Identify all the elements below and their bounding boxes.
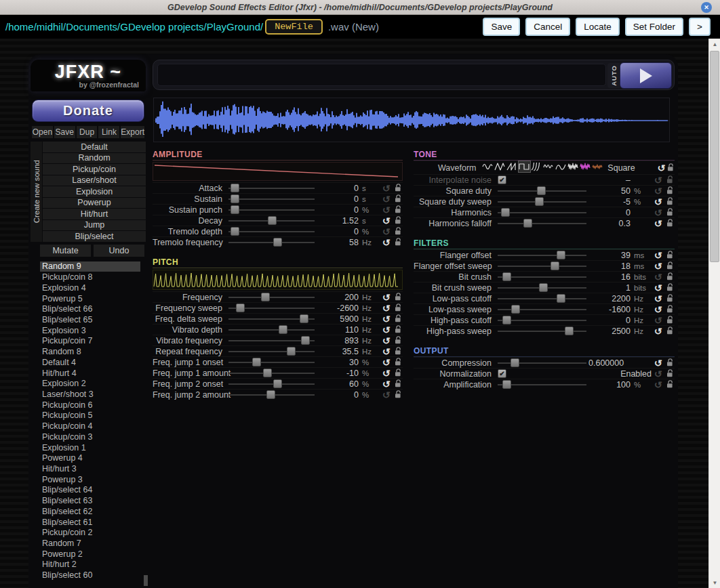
vibrato-depth-slider-handle[interactable] xyxy=(279,325,287,334)
amplification-slider-handle[interactable] xyxy=(502,380,511,389)
freq-jump-1-amount-slider-handle[interactable] xyxy=(263,369,272,377)
preset-explosion[interactable]: Explosion xyxy=(43,186,146,197)
sustain-punch-slider-handle[interactable] xyxy=(231,205,239,214)
vibrato-frequency-reset-button[interactable]: ↺ xyxy=(380,336,393,345)
sound-list-item[interactable]: Pickup/coin 4 xyxy=(40,421,140,432)
low-pass-sweep-slider-handle[interactable] xyxy=(511,305,520,314)
waveform-reset-button[interactable]: ↺ xyxy=(656,163,666,173)
harmonics-falloff-slider-handle[interactable] xyxy=(523,219,532,228)
breaker-wave-icon[interactable] xyxy=(555,161,567,172)
bit-crush-slider-handle[interactable] xyxy=(502,272,511,281)
low-pass-cutoff-slider-handle[interactable] xyxy=(557,294,565,303)
low-pass-sweep-reset-button[interactable]: ↺ xyxy=(652,305,664,314)
high-pass-sweep-lock-button[interactable] xyxy=(664,325,675,337)
file-action-save[interactable]: Save xyxy=(54,126,75,138)
sustain-punch-slider-track[interactable] xyxy=(228,209,315,211)
sound-list-item[interactable]: Pickup/coin 2 xyxy=(40,527,140,538)
amplification-reset-button[interactable]: ↺ xyxy=(652,380,664,390)
sound-list-item[interactable]: Laser/shoot 3 xyxy=(40,389,140,400)
tremolo-frequency-lock-button[interactable] xyxy=(393,236,403,249)
file-action-dup[interactable]: Dup xyxy=(77,126,98,138)
sound-list-item[interactable]: Explosion 4 xyxy=(40,282,140,293)
high-pass-sweep-reset-button[interactable]: ↺ xyxy=(652,327,664,336)
preset-blip-select[interactable]: Blip/select xyxy=(43,231,146,242)
preset-jump[interactable]: Jump xyxy=(43,220,146,231)
sound-list-item[interactable]: Powerup 3 xyxy=(40,474,140,485)
bit-crush-sweep-slider-handle[interactable] xyxy=(539,283,548,292)
sound-list-item[interactable]: Blip/select 61 xyxy=(40,517,140,528)
sound-list-item[interactable]: Pickup/coin 7 xyxy=(40,336,140,347)
harmonics-falloff-reset-button[interactable]: ↺ xyxy=(652,219,664,228)
harmonics-reset-button[interactable]: ↺ xyxy=(652,208,664,217)
sound-list-item[interactable]: Hit/hurt 2 xyxy=(40,560,140,570)
flanger-offset-slider-track[interactable] xyxy=(498,255,586,256)
attack-reset-button[interactable]: ↺ xyxy=(380,184,393,193)
square-duty-sweep-reset-button[interactable]: ↺ xyxy=(652,197,664,207)
attack-slider-handle[interactable] xyxy=(231,184,239,192)
sound-list-item[interactable]: Blip/select 60 xyxy=(40,570,140,581)
vibrato-frequency-slider-handle[interactable] xyxy=(301,336,310,345)
freq-jump-1-onset-slider-handle[interactable] xyxy=(252,358,261,366)
flanger-offset-sweep-reset-button[interactable]: ↺ xyxy=(652,261,664,271)
scroll-down-icon[interactable]: ▼ xyxy=(709,577,720,588)
preset-random[interactable]: Random xyxy=(43,153,146,164)
square-duty-slider-handle[interactable] xyxy=(537,186,546,195)
preset-default[interactable]: Default xyxy=(43,142,146,152)
compression-reset-button[interactable]: ↺ xyxy=(652,358,664,368)
sustain-slider-handle[interactable] xyxy=(231,194,239,203)
decay-reset-button[interactable]: ↺ xyxy=(380,216,393,226)
freq-jump-2-onset-reset-button[interactable]: ↺ xyxy=(380,379,393,389)
sound-list-item[interactable]: Hit/hurt 4 xyxy=(40,368,140,379)
harmonics-slider-handle[interactable] xyxy=(501,208,510,217)
decay-slider-handle[interactable] xyxy=(268,216,277,225)
triangle-wave-icon[interactable] xyxy=(494,161,506,172)
interpolate-noise-reset-button[interactable]: ↺ xyxy=(652,175,664,185)
gd-button-locate[interactable]: Locate xyxy=(576,18,620,36)
play-button[interactable] xyxy=(620,62,672,89)
interpolate-noise-checkbox[interactable]: ✔ xyxy=(498,175,506,184)
sound-list-item[interactable]: Powerup 2 xyxy=(40,549,140,560)
gd-button-more[interactable]: > xyxy=(689,18,711,36)
gd-button-set-folder[interactable]: Set Folder xyxy=(625,18,683,36)
tremolo-frequency-reset-button[interactable]: ↺ xyxy=(380,238,393,247)
sound-list-item[interactable]: Explosion 2 xyxy=(40,378,140,389)
sound-list-item[interactable]: Blip/select 65 xyxy=(40,314,140,325)
file-action-open[interactable]: Open xyxy=(32,126,53,138)
window-close-button[interactable]: ✕ xyxy=(701,2,712,13)
file-action-link[interactable]: Link xyxy=(98,126,119,138)
preset-hit-hurt[interactable]: Hit/hurt xyxy=(43,209,146,219)
flanger-offset-reset-button[interactable]: ↺ xyxy=(652,251,664,260)
pinknoise-wave-icon[interactable] xyxy=(580,161,591,172)
filename-input[interactable]: NewFile xyxy=(265,19,323,35)
freq-jump-1-onset-slider-track[interactable] xyxy=(228,362,315,363)
normalization-reset-button[interactable]: ↺ xyxy=(652,369,664,379)
donate-button[interactable]: Donate xyxy=(32,100,144,122)
file-action-export[interactable]: Export xyxy=(121,126,144,138)
square-wave-icon[interactable] xyxy=(519,161,530,172)
sound-list-item[interactable]: Pickup/coin 5 xyxy=(40,411,140,421)
repeat-frequency-reset-button[interactable]: ↺ xyxy=(380,347,393,356)
sustain-punch-reset-button[interactable]: ↺ xyxy=(380,205,393,215)
sound-list-item[interactable]: Blip/select 63 xyxy=(40,495,140,506)
sound-list-item[interactable]: Pickup/coin 6 xyxy=(40,400,140,411)
high-pass-cutoff-slider-handle[interactable] xyxy=(502,316,511,324)
sound-list-item[interactable]: Explosion 3 xyxy=(40,325,140,336)
sustain-reset-button[interactable]: ↺ xyxy=(380,194,393,204)
gd-button-cancel[interactable]: Cancel xyxy=(525,18,570,36)
low-pass-cutoff-reset-button[interactable]: ↺ xyxy=(652,294,664,303)
sound-list-item[interactable]: Default 4 xyxy=(40,357,140,368)
preset-pickup-coin[interactable]: Pickup/coin xyxy=(43,164,146,175)
page-scrollbar-thumb[interactable] xyxy=(710,51,719,262)
sound-list-item[interactable]: Blip/select 62 xyxy=(40,506,140,517)
flanger-offset-slider-handle[interactable] xyxy=(557,251,565,259)
sustain-slider-track[interactable] xyxy=(228,198,315,200)
tremolo-depth-slider-track[interactable] xyxy=(228,231,315,232)
vibrato-depth-slider-track[interactable] xyxy=(228,329,315,331)
repeat-frequency-slider-track[interactable] xyxy=(228,351,315,352)
mutate-button[interactable]: Mutate xyxy=(40,245,91,257)
preset-powerup[interactable]: Powerup xyxy=(43,198,146,209)
sound-list-item[interactable]: Blip/select 66 xyxy=(40,303,140,314)
gd-button-save[interactable]: Save xyxy=(483,18,520,36)
square-duty-sweep-slider-handle[interactable] xyxy=(535,197,544,206)
frequency-slider-track[interactable] xyxy=(228,297,315,298)
